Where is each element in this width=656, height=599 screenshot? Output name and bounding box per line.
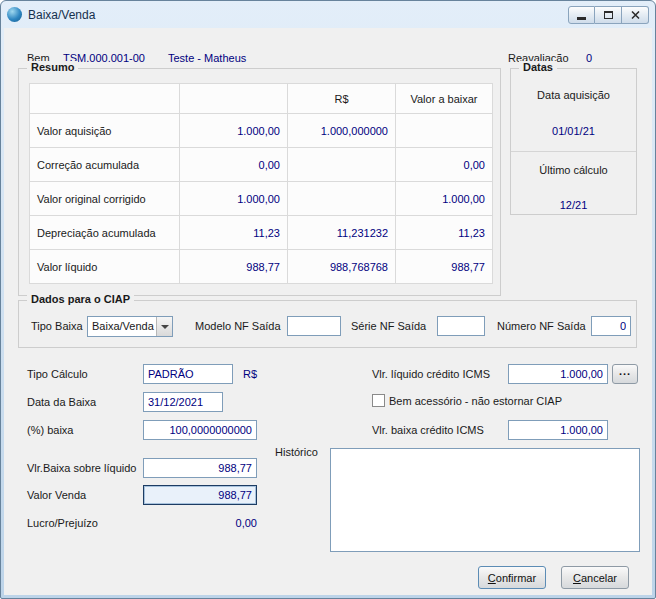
close-icon: [631, 11, 640, 19]
minimize-icon: [577, 17, 586, 20]
data-baixa-label: Data da Baixa: [27, 396, 96, 408]
modelo-nf-label: Modelo NF Saída: [195, 320, 281, 332]
pct-baixa-input[interactable]: [143, 420, 257, 440]
vlr-baixa-liquido-input[interactable]: [143, 458, 257, 478]
ultimo-calculo-label: Último cálculo: [511, 164, 636, 176]
value-cell: 1.000,000000: [288, 114, 396, 148]
tipo-calculo-label: Tipo Cálculo: [27, 368, 88, 380]
vlr-baixa-liquido-label: Vlr.Baixa sobre líquido: [27, 462, 136, 474]
ultimo-calculo-value: 12/21: [511, 199, 636, 211]
header-cell: [180, 84, 288, 114]
confirm-button[interactable]: Confirmar: [478, 566, 546, 589]
dialog-body: Bem TSM.000.001-00 Teste - Matheus Reava…: [4, 28, 652, 595]
value-cell: 0,00: [180, 148, 288, 182]
lucro-prejuizo-label: Lucro/Prejuízo: [27, 517, 98, 529]
maximize-button[interactable]: [595, 6, 622, 24]
titlebar[interactable]: Baixa/Venda: [1, 1, 655, 28]
maximize-icon: [604, 11, 613, 19]
value-cell: 0,00: [396, 148, 493, 182]
browse-button[interactable]: ...: [612, 364, 638, 384]
bem-name: Teste - Matheus: [168, 52, 246, 64]
table-header-row: R$ Valor a baixar: [30, 84, 493, 114]
row-label-cell: Valor aquisição: [30, 114, 180, 148]
historico-label: Histórico: [275, 446, 318, 458]
row-label-cell: Valor líquido: [30, 250, 180, 284]
value-cell: 988,77: [180, 250, 288, 284]
close-button[interactable]: [622, 6, 649, 24]
tipo-baixa-label: Tipo Baixa: [31, 320, 83, 332]
value-cell: 988,768768: [288, 250, 396, 284]
lucro-prejuizo-value: 0,00: [143, 517, 257, 529]
bem-acessorio-label: Bem acessório - não estornar CIAP: [389, 395, 562, 407]
value-cell: [396, 114, 493, 148]
pct-baixa-label: (%) baixa: [27, 424, 73, 436]
minimize-button[interactable]: [568, 6, 595, 24]
historico-textarea[interactable]: [330, 448, 640, 552]
vlr-baixa-icms-label: Vlr. baixa crédito ICMS: [372, 424, 484, 436]
table-row: Correção acumulada 0,00 0,00: [30, 148, 493, 182]
datas-groupbox: Datas Data aquisição 01/01/21 Último cál…: [510, 68, 637, 215]
header-cell: R$: [288, 84, 396, 114]
numero-nf-input[interactable]: [591, 316, 631, 336]
window-title: Baixa/Venda: [28, 8, 95, 22]
window-controls: [568, 6, 649, 24]
resumo-table: R$ Valor a baixar Valor aquisição 1.000,…: [29, 83, 493, 284]
cancel-button[interactable]: Cancelar: [561, 566, 629, 589]
ciap-groupbox: Dados para o CIAP Tipo Baixa Baixa/Venda…: [18, 300, 637, 348]
value-cell: 1.000,00: [180, 182, 288, 216]
header-cell: [30, 84, 180, 114]
table-row: Valor líquido 988,77 988,768768 988,77: [30, 250, 493, 284]
row-label-cell: Valor original corrigido: [30, 182, 180, 216]
modelo-nf-input[interactable]: [287, 316, 341, 336]
value-cell: 11,23: [180, 216, 288, 250]
tipo-baixa-combobox[interactable]: Baixa/Venda: [87, 316, 173, 337]
serie-nf-label: Série NF Saída: [351, 320, 426, 332]
table-row: Depreciação acumulada 11,23 11,231232 11…: [30, 216, 493, 250]
bem-acessorio-checkbox[interactable]: [372, 394, 385, 407]
reavaliacao-value: 0: [560, 52, 592, 64]
tipo-baixa-selected-value: Baixa/Venda: [88, 317, 156, 336]
chevron-down-icon: [161, 325, 169, 329]
dialog-window: Baixa/Venda Bem TSM.000.001-00 Teste - M…: [0, 0, 656, 599]
value-cell: [288, 148, 396, 182]
row-label-cell: Correção acumulada: [30, 148, 180, 182]
valor-venda-input[interactable]: [143, 485, 257, 505]
valor-venda-label: Valor Venda: [27, 489, 86, 501]
serie-nf-input[interactable]: [437, 316, 485, 336]
numero-nf-label: Número NF Saída: [497, 320, 586, 332]
tipo-calculo-input[interactable]: [143, 364, 233, 384]
data-baixa-input[interactable]: [143, 392, 223, 412]
vlr-baixa-icms-input[interactable]: [508, 420, 608, 440]
data-aquisicao-value: 01/01/21: [511, 125, 636, 137]
vlr-liquido-icms-label: Vlr. líquido crédito ICMS: [372, 368, 490, 380]
value-cell: 988,77: [396, 250, 493, 284]
value-cell: 11,231232: [288, 216, 396, 250]
combo-dropdown-button[interactable]: [156, 317, 172, 336]
resumo-groupbox: Resumo R$ Valor a baixar Valor aquisição…: [18, 68, 501, 296]
table-row: Valor aquisição 1.000,00 1.000,000000: [30, 114, 493, 148]
value-cell: 1.000,00: [180, 114, 288, 148]
value-cell: [288, 182, 396, 216]
ellipsis-icon: ...: [619, 365, 631, 377]
datas-title: Datas: [519, 61, 557, 73]
data-aquisicao-label: Data aquisição: [511, 89, 636, 101]
row-label-cell: Depreciação acumulada: [30, 216, 180, 250]
currency-label: R$: [243, 368, 257, 380]
vlr-liquido-icms-input[interactable]: [508, 364, 608, 384]
divider: [511, 151, 636, 152]
value-cell: 1.000,00: [396, 182, 493, 216]
header-cell: Valor a baixar: [396, 84, 493, 114]
table-row: Valor original corrigido 1.000,00 1.000,…: [30, 182, 493, 216]
ciap-title: Dados para o CIAP: [27, 293, 134, 305]
resumo-title: Resumo: [27, 61, 78, 73]
value-cell: 11,23: [396, 216, 493, 250]
app-icon: [7, 7, 22, 22]
